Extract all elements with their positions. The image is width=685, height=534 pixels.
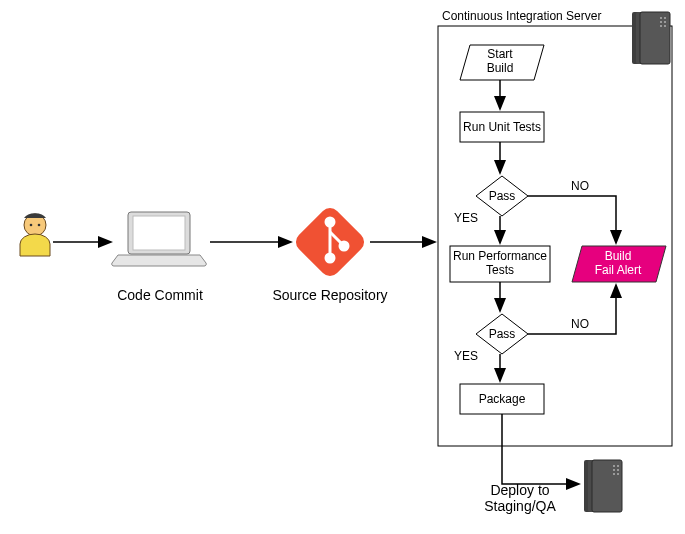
yes-label-2: YES	[454, 349, 478, 363]
ci-server-box	[438, 26, 672, 446]
svg-rect-13	[640, 12, 670, 64]
deploy-label-2: Staging/QA	[484, 498, 556, 514]
decision-pass-2: Pass	[476, 314, 528, 354]
svg-point-10	[340, 242, 348, 250]
fail-alert-node: Build Fail Alert	[572, 246, 666, 282]
server-icon-bottom	[584, 460, 622, 512]
user-icon	[20, 213, 50, 256]
svg-text:Run Performance: Run Performance	[453, 249, 547, 263]
perf-tests-node: Run Performance Tests	[450, 246, 550, 282]
svg-rect-39	[592, 460, 622, 512]
svg-text:Pass: Pass	[489, 189, 516, 203]
svg-rect-18	[660, 25, 662, 27]
svg-text:Build: Build	[487, 61, 514, 75]
svg-rect-4	[133, 216, 185, 250]
svg-rect-44	[613, 473, 615, 475]
package-node: Package	[460, 384, 544, 414]
unit-tests-node: Run Unit Tests	[460, 112, 544, 142]
svg-rect-16	[660, 21, 662, 23]
svg-text:Fail Alert: Fail Alert	[595, 263, 642, 277]
svg-rect-19	[664, 25, 666, 27]
source-repo-label: Source Repository	[272, 287, 387, 303]
svg-rect-43	[617, 469, 619, 471]
server-icon-top	[632, 12, 670, 64]
svg-text:Tests: Tests	[486, 263, 514, 277]
yes-label-1: YES	[454, 211, 478, 225]
no-label-2: NO	[571, 317, 589, 331]
start-build-node: Start Build	[460, 45, 544, 80]
svg-rect-15	[664, 17, 666, 19]
arrow-no-1	[528, 196, 616, 242]
svg-rect-41	[617, 465, 619, 467]
svg-point-8	[326, 218, 334, 226]
svg-rect-17	[664, 21, 666, 23]
svg-text:Pass: Pass	[489, 327, 516, 341]
svg-text:Build: Build	[605, 249, 632, 263]
svg-text:Run Unit Tests: Run Unit Tests	[463, 120, 541, 134]
arrow-package-deploy	[502, 414, 578, 484]
svg-point-9	[326, 254, 334, 262]
ci-title: Continuous Integration Server	[442, 9, 601, 23]
decision-pass-1: Pass	[476, 176, 528, 216]
svg-rect-40	[613, 465, 615, 467]
svg-rect-14	[660, 17, 662, 19]
git-icon	[292, 204, 368, 280]
svg-text:Package: Package	[479, 392, 526, 406]
svg-rect-42	[613, 469, 615, 471]
svg-point-2	[38, 224, 41, 227]
svg-text:Start: Start	[487, 47, 513, 61]
svg-rect-45	[617, 473, 619, 475]
no-label-1: NO	[571, 179, 589, 193]
code-commit-label: Code Commit	[117, 287, 203, 303]
laptop-icon	[112, 212, 207, 266]
svg-point-1	[30, 224, 33, 227]
